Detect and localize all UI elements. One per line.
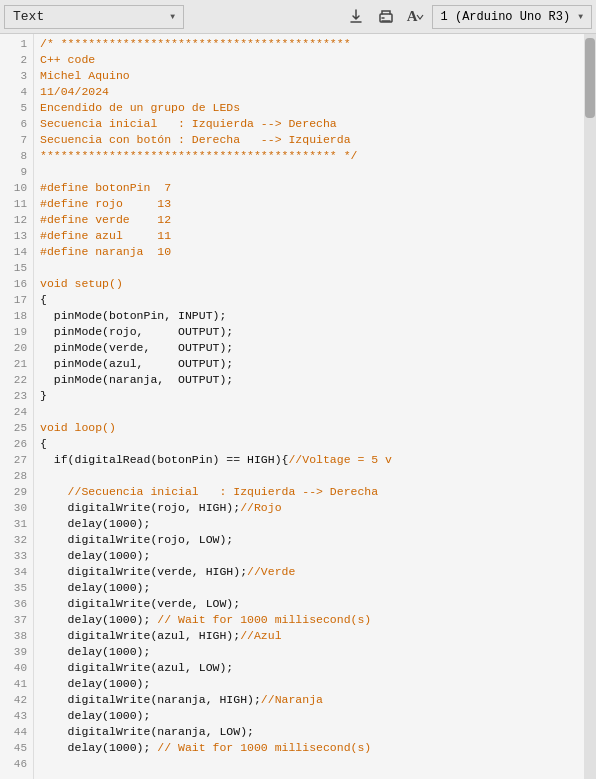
code-token: #define azul 11 [40,229,171,242]
line-number: 28 [0,468,33,484]
code-token: Secuencia con botón : Derecha --> Izquie… [40,133,351,146]
code-line: digitalWrite(verde, LOW); [40,596,584,612]
code-line: pinMode(rojo, OUTPUT); [40,324,584,340]
code-token: pinMode(verde, OUTPUT); [40,341,233,354]
line-number: 9 [0,164,33,180]
scrollbar[interactable] [584,34,596,779]
code-token: pinMode(botonPin, INPUT); [40,309,226,322]
code-token: pinMode(rojo, OUTPUT); [40,325,233,338]
code-line: delay(1000); [40,516,584,532]
line-number: 29 [0,484,33,500]
code-line: C++ code [40,52,584,68]
toolbar-icons: A 1 (Arduino Uno R3) [342,3,592,31]
board-select-dropdown[interactable]: 1 (Arduino Uno R3) [432,5,592,29]
code-line: //Secuencia inicial : Izquierda --> Dere… [40,484,584,500]
board-select-label: 1 (Arduino Uno R3) [441,10,571,24]
font-button[interactable]: A [402,3,430,31]
code-line [40,468,584,484]
code-line [40,164,584,180]
code-token [40,485,68,498]
code-token: delay(1000); [40,549,150,562]
code-token: digitalWrite(verde, LOW); [40,597,240,610]
file-type-dropdown[interactable]: Text [4,5,184,29]
code-line: 11/04/2024 [40,84,584,100]
code-line: digitalWrite(verde, HIGH);//Verde [40,564,584,580]
code-token: void setup() [40,277,123,290]
code-token: digitalWrite(azul, LOW); [40,661,233,674]
line-number: 20 [0,340,33,356]
line-number: 4 [0,84,33,100]
code-line [40,756,584,772]
code-line: pinMode(botonPin, INPUT); [40,308,584,324]
code-line: delay(1000); [40,708,584,724]
code-line: { [40,436,584,452]
line-number: 37 [0,612,33,628]
line-number: 8 [0,148,33,164]
code-line [40,260,584,276]
code-token: digitalWrite(azul, HIGH); [40,629,240,642]
code-line: digitalWrite(naranja, HIGH);//Naranja [40,692,584,708]
toolbar-left: Text [4,5,338,29]
code-token: digitalWrite(rojo, LOW); [40,533,233,546]
code-line: digitalWrite(naranja, LOW); [40,724,584,740]
code-comment-token: //Rojo [240,501,281,514]
code-line: { [40,292,584,308]
code-line: #define azul 11 [40,228,584,244]
download-button[interactable] [342,3,370,31]
line-numbers: 1234567891011121314151617181920212223242… [0,34,34,779]
code-token: digitalWrite(naranja, LOW); [40,725,254,738]
code-line: pinMode(naranja, OUTPUT); [40,372,584,388]
line-number: 34 [0,564,33,580]
code-line: if(digitalRead(botonPin) == HIGH){//Volt… [40,452,584,468]
print-button[interactable] [372,3,400,31]
line-number: 24 [0,404,33,420]
code-line: ****************************************… [40,148,584,164]
line-number: 32 [0,532,33,548]
code-token: ****************************************… [40,149,357,162]
line-number: 31 [0,516,33,532]
code-comment-token: //Azul [240,629,281,642]
line-number: 46 [0,756,33,772]
code-token: delay(1000); [40,677,150,690]
code-token: Encendido de un grupo de LEDs [40,101,240,114]
code-token: digitalWrite(verde, HIGH); [40,565,247,578]
code-token: digitalWrite(rojo, HIGH); [40,501,240,514]
line-number: 22 [0,372,33,388]
line-number: 11 [0,196,33,212]
code-line: delay(1000); // Wait for 1000 millisecon… [40,740,584,756]
code-content[interactable]: /* *************************************… [34,34,584,779]
line-number: 17 [0,292,33,308]
line-number: 6 [0,116,33,132]
line-number: 27 [0,452,33,468]
code-token: Secuencia inicial : Izquierda --> Derech… [40,117,337,130]
line-number: 33 [0,548,33,564]
line-number: 18 [0,308,33,324]
line-number: 44 [0,724,33,740]
code-line: #define verde 12 [40,212,584,228]
line-number: 7 [0,132,33,148]
code-line: #define rojo 13 [40,196,584,212]
line-number: 43 [0,708,33,724]
line-number: 36 [0,596,33,612]
toolbar: Text A 1 (Arduino Uno R3) [0,0,596,34]
code-token: void loop() [40,421,116,434]
line-number: 2 [0,52,33,68]
code-token: delay(1000); [40,517,150,530]
scrollbar-thumb[interactable] [585,38,595,118]
code-line: void setup() [40,276,584,292]
code-line: digitalWrite(azul, HIGH);//Azul [40,628,584,644]
code-line: delay(1000); [40,548,584,564]
code-line: digitalWrite(rojo, LOW); [40,532,584,548]
code-comment-token: // Wait for 1000 millisecond(s) [157,741,371,754]
line-number: 3 [0,68,33,84]
code-line: digitalWrite(rojo, HIGH);//Rojo [40,500,584,516]
code-line: #define naranja 10 [40,244,584,260]
line-number: 1 [0,36,33,52]
code-line: delay(1000); [40,580,584,596]
code-token: #define rojo 13 [40,197,171,210]
line-number: 39 [0,644,33,660]
line-number: 13 [0,228,33,244]
line-number: 42 [0,692,33,708]
code-comment-token: //Verde [247,565,295,578]
code-token: delay(1000); [40,709,150,722]
